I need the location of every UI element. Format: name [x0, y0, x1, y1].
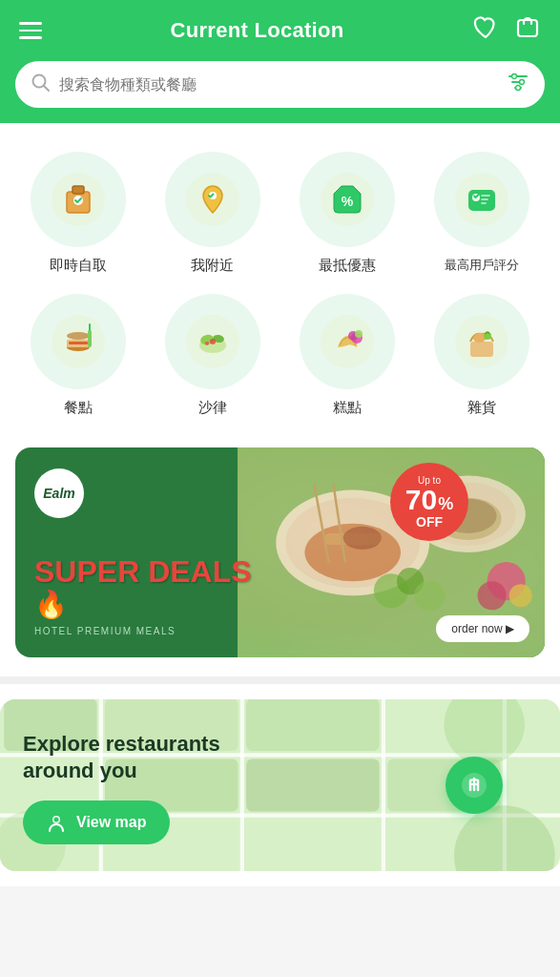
map-title: Explore restaurants around you	[23, 731, 220, 785]
category-pickup-icon	[31, 152, 126, 247]
restaurant-pin-icon	[460, 771, 488, 800]
category-deals-label: 最抵優惠	[319, 257, 376, 275]
view-map-button[interactable]: View map	[23, 800, 170, 844]
banner-card: Ealm SUPER DEALS 🔥 HOTEL PREMIUM MEALS U…	[15, 447, 545, 657]
header-actions	[472, 14, 541, 47]
svg-text:%: %	[342, 194, 354, 209]
section-divider	[0, 676, 560, 684]
svg-point-40	[484, 332, 491, 340]
search-container	[0, 61, 560, 123]
view-map-label: View map	[76, 814, 147, 831]
svg-rect-67	[246, 699, 380, 751]
search-input[interactable]	[59, 76, 497, 94]
svg-point-31	[210, 339, 216, 344]
category-pastry[interactable]: 糕點	[285, 294, 410, 417]
svg-point-58	[509, 584, 532, 607]
cart-icon[interactable]	[514, 14, 541, 47]
map-pin-float	[446, 757, 503, 814]
category-nearby-icon	[165, 152, 260, 247]
flame-icon: 🔥	[34, 590, 68, 619]
wishlist-icon[interactable]	[472, 15, 499, 46]
filter-icon[interactable]	[507, 71, 529, 98]
banner-deals-text: SUPER DEALS 🔥 HOTEL PREMIUM MEALS	[34, 556, 252, 636]
svg-rect-25	[88, 330, 92, 347]
category-top-rated-label: 最高用戶評分	[445, 257, 519, 274]
category-meals[interactable]: 餐點	[15, 294, 140, 417]
svg-rect-18	[468, 190, 495, 211]
banner-section: Ealm SUPER DEALS 🔥 HOTEL PREMIUM MEALS U…	[15, 440, 545, 676]
svg-point-32	[205, 342, 209, 345]
main-content: 即時自取 我附近 % 最抵優惠	[0, 123, 560, 886]
svg-line-2	[44, 86, 49, 91]
banner-logo-circle: Ealm	[34, 468, 84, 518]
category-pickup[interactable]: 即時自取	[15, 152, 140, 275]
category-nearby-label: 我附近	[191, 257, 234, 275]
category-salad-label: 沙律	[198, 399, 227, 417]
discount-amount: 70%	[405, 486, 453, 514]
svg-rect-0	[518, 20, 537, 36]
map-section: Explore restaurants around you View map	[0, 684, 560, 886]
svg-point-46	[343, 527, 382, 550]
search-bar	[15, 61, 545, 108]
category-meals-label: 餐點	[64, 399, 93, 417]
category-grocery[interactable]: 雜貨	[420, 294, 545, 417]
category-top-rated[interactable]: 最高用戶評分	[420, 152, 545, 275]
svg-rect-11	[73, 186, 84, 194]
category-pastry-label: 糕點	[333, 399, 362, 417]
menu-button[interactable]	[19, 22, 42, 39]
category-top-rated-icon	[434, 152, 529, 247]
svg-point-76	[54, 818, 59, 822]
banner-subtitle: HOTEL PREMIUM MEALS	[34, 626, 252, 636]
category-salad[interactable]: 沙律	[150, 294, 275, 417]
svg-rect-38	[470, 342, 493, 357]
discount-off: OFF	[416, 514, 443, 530]
svg-point-57	[478, 581, 507, 610]
category-nearby[interactable]: 我附近	[150, 152, 275, 275]
category-salad-icon	[165, 294, 260, 389]
page-title: Current Location	[170, 18, 343, 43]
category-grocery-label: 雜貨	[467, 399, 496, 417]
banner-logo: Ealm	[34, 468, 252, 518]
svg-rect-24	[69, 342, 88, 344]
map-content: Explore restaurants around you View map	[0, 708, 243, 871]
discount-badge: Up to 70% OFF	[390, 463, 468, 541]
category-pastry-icon	[300, 294, 395, 389]
category-pickup-label: 即時自取	[50, 257, 107, 275]
search-icon	[31, 73, 50, 96]
svg-point-23	[67, 332, 90, 340]
super-deals-label: SUPER DEALS	[34, 556, 252, 589]
svg-point-8	[516, 86, 521, 91]
order-now-button[interactable]: order now ▶	[436, 615, 529, 642]
location-person-icon	[46, 812, 67, 833]
app-header: Current Location	[0, 0, 560, 61]
banner-left-content: Ealm SUPER DEALS 🔥 HOTEL PREMIUM MEALS	[15, 447, 271, 657]
svg-point-36	[355, 330, 363, 338]
category-meals-icon	[31, 294, 126, 389]
map-card: Explore restaurants around you View map	[0, 699, 560, 871]
category-deals-icon: %	[300, 152, 395, 247]
svg-point-7	[520, 80, 525, 85]
svg-rect-68	[246, 759, 380, 812]
svg-point-6	[512, 74, 517, 79]
category-grocery-icon	[434, 294, 529, 389]
svg-point-55	[414, 580, 445, 611]
category-deals[interactable]: % 最抵優惠	[285, 152, 410, 275]
category-grid: 即時自取 我附近 % 最抵優惠	[15, 142, 545, 440]
